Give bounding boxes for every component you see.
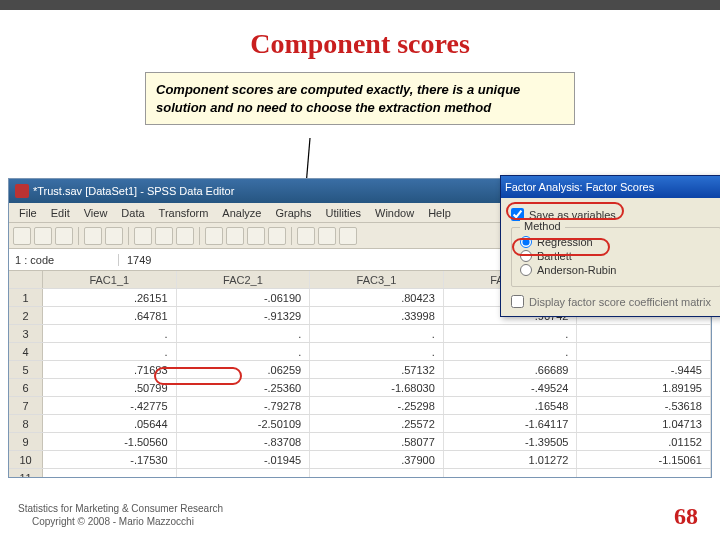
row-number[interactable]: 6: [9, 379, 43, 396]
row-number[interactable]: 2: [9, 307, 43, 324]
toolbar-button[interactable]: [205, 227, 223, 245]
data-cell[interactable]: .33998: [310, 307, 444, 324]
column-header[interactable]: FAC1_1: [43, 271, 177, 288]
data-cell[interactable]: -1.39505: [444, 433, 578, 450]
row-number[interactable]: 3: [9, 325, 43, 342]
row-number[interactable]: 1: [9, 289, 43, 306]
toolbar-button[interactable]: [318, 227, 336, 245]
column-header[interactable]: FAC3_1: [310, 271, 444, 288]
menu-edit[interactable]: Edit: [45, 205, 76, 221]
menu-graphs[interactable]: Graphs: [269, 205, 317, 221]
menu-view[interactable]: View: [78, 205, 114, 221]
data-cell[interactable]: [577, 325, 711, 342]
data-cell[interactable]: -.83708: [177, 433, 311, 450]
toolbar-button[interactable]: [226, 227, 244, 245]
row-number[interactable]: 8: [9, 415, 43, 432]
data-cell[interactable]: .25572: [310, 415, 444, 432]
row-number[interactable]: 9: [9, 433, 43, 450]
data-cell[interactable]: [577, 343, 711, 360]
radio-anderson-rubin[interactable]: Anderson-Rubin: [520, 264, 712, 276]
row-number[interactable]: 4: [9, 343, 43, 360]
cell-value[interactable]: 1749: [119, 254, 159, 266]
toolbar-button[interactable]: [176, 227, 194, 245]
data-cell[interactable]: -1.15061: [577, 451, 711, 468]
table-row[interactable]: 3....: [9, 325, 711, 343]
data-cell[interactable]: .50799: [43, 379, 177, 396]
table-row[interactable]: 6.50799-.25360-1.68030-.495241.89195: [9, 379, 711, 397]
toolbar-button[interactable]: [339, 227, 357, 245]
data-cell[interactable]: .: [310, 343, 444, 360]
radio-icon[interactable]: [520, 236, 532, 248]
menu-help[interactable]: Help: [422, 205, 457, 221]
menu-window[interactable]: Window: [369, 205, 420, 221]
data-cell[interactable]: [444, 469, 578, 478]
data-cell[interactable]: -.91329: [177, 307, 311, 324]
checkbox-icon[interactable]: [511, 295, 524, 308]
table-row[interactable]: 5.71683.06259.57132.66689-.9445: [9, 361, 711, 379]
data-cell[interactable]: .: [43, 325, 177, 342]
toolbar-button[interactable]: [297, 227, 315, 245]
data-cell[interactable]: .06259: [177, 361, 311, 378]
row-number[interactable]: 7: [9, 397, 43, 414]
data-cell[interactable]: .: [310, 325, 444, 342]
data-cell[interactable]: .: [177, 343, 311, 360]
table-row[interactable]: 10-.17530-.01945.379001.01272-1.15061: [9, 451, 711, 469]
toolbar-button[interactable]: [134, 227, 152, 245]
radio-regression[interactable]: Regression: [520, 236, 712, 248]
menu-file[interactable]: File: [13, 205, 43, 221]
data-cell[interactable]: .80423: [310, 289, 444, 306]
column-header[interactable]: FAC2_1: [177, 271, 311, 288]
toolbar-button[interactable]: [13, 227, 31, 245]
menu-utilities[interactable]: Utilities: [320, 205, 367, 221]
table-row[interactable]: 8.05644-2.50109.25572-1.641171.04713: [9, 415, 711, 433]
data-cell[interactable]: .: [43, 343, 177, 360]
data-cell[interactable]: .: [444, 325, 578, 342]
data-cell[interactable]: -.01945: [177, 451, 311, 468]
menu-analyze[interactable]: Analyze: [216, 205, 267, 221]
data-cell[interactable]: -1.50560: [43, 433, 177, 450]
radio-icon[interactable]: [520, 264, 532, 276]
data-cell[interactable]: .16548: [444, 397, 578, 414]
radio-bartlett[interactable]: Bartlett: [520, 250, 712, 262]
data-cell[interactable]: .26151: [43, 289, 177, 306]
table-row[interactable]: 4....: [9, 343, 711, 361]
radio-icon[interactable]: [520, 250, 532, 262]
toolbar-button[interactable]: [247, 227, 265, 245]
data-cell[interactable]: .66689: [444, 361, 578, 378]
data-cell[interactable]: -.49524: [444, 379, 578, 396]
row-number[interactable]: 5: [9, 361, 43, 378]
menu-data[interactable]: Data: [115, 205, 150, 221]
toolbar-button[interactable]: [105, 227, 123, 245]
data-cell[interactable]: .64781: [43, 307, 177, 324]
data-cell[interactable]: .57132: [310, 361, 444, 378]
toolbar-button[interactable]: [268, 227, 286, 245]
data-cell[interactable]: .05644: [43, 415, 177, 432]
data-cell[interactable]: [310, 469, 444, 478]
data-cell[interactable]: .58077: [310, 433, 444, 450]
display-coeff-checkbox[interactable]: Display factor score coefficient matrix: [511, 295, 720, 308]
data-cell[interactable]: 1.04713: [577, 415, 711, 432]
data-cell[interactable]: -.25298: [310, 397, 444, 414]
data-cell[interactable]: -.9445: [577, 361, 711, 378]
toolbar-button[interactable]: [155, 227, 173, 245]
data-cell[interactable]: .71683: [43, 361, 177, 378]
data-cell[interactable]: -2.50109: [177, 415, 311, 432]
table-row[interactable]: 9-1.50560-.83708.58077-1.39505.01152: [9, 433, 711, 451]
data-cell[interactable]: -.53618: [577, 397, 711, 414]
table-row[interactable]: 11: [9, 469, 711, 478]
row-number[interactable]: 11: [9, 469, 43, 478]
data-cell[interactable]: .37900: [310, 451, 444, 468]
toolbar-button[interactable]: [34, 227, 52, 245]
data-cell[interactable]: [577, 469, 711, 478]
row-number[interactable]: 10: [9, 451, 43, 468]
data-cell[interactable]: -.17530: [43, 451, 177, 468]
data-cell[interactable]: -.25360: [177, 379, 311, 396]
toolbar-button[interactable]: [84, 227, 102, 245]
data-cell[interactable]: -1.64117: [444, 415, 578, 432]
data-cell[interactable]: -1.68030: [310, 379, 444, 396]
data-cell[interactable]: -.06190: [177, 289, 311, 306]
toolbar-button[interactable]: [55, 227, 73, 245]
data-cell[interactable]: 1.01272: [444, 451, 578, 468]
table-row[interactable]: 7-.42775-.79278-.25298.16548-.53618: [9, 397, 711, 415]
cell-address[interactable]: 1 : code: [9, 254, 119, 266]
